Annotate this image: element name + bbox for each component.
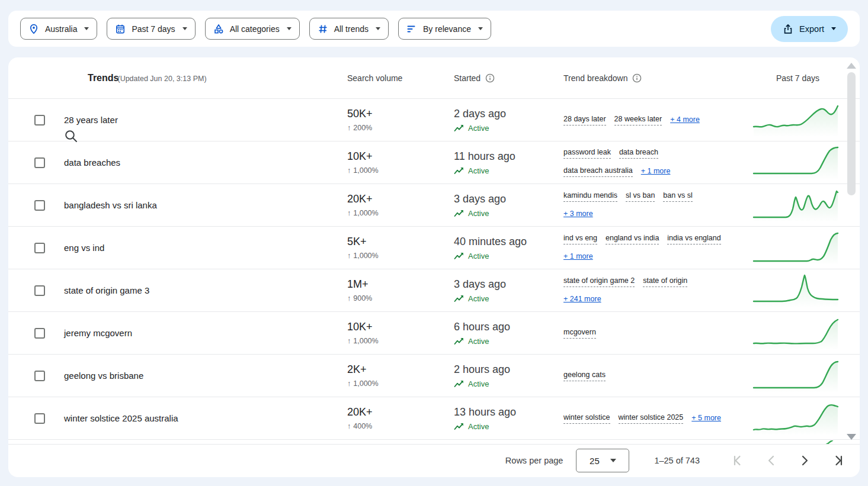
export-button[interactable]: Export: [771, 16, 848, 42]
info-icon[interactable]: [632, 73, 642, 83]
sparkline-fill: [754, 320, 838, 350]
breakdown-term-link[interactable]: kamindu mendis: [563, 191, 617, 202]
time-range-filter-chip[interactable]: Past 7 days: [107, 18, 195, 40]
trend-title[interactable]: jeremy mcgovern: [64, 328, 132, 338]
rows-per-page-value: 25: [590, 456, 600, 466]
breakdown-term-link[interactable]: password leak: [563, 148, 611, 159]
search-icon: [64, 129, 78, 143]
breakdown-term-link[interactable]: sl vs ban: [626, 191, 655, 202]
breakdown-more-link[interactable]: + 1 more: [563, 252, 593, 262]
table-row: state of origin game 3 1M+ ↑ 900% 3 days…: [8, 269, 860, 311]
started-time: 13 hours ago: [454, 406, 563, 419]
chevron-down-icon: [376, 27, 380, 30]
sort-filter-label: By relevance: [423, 24, 471, 34]
time-range-filter-label: Past 7 days: [132, 24, 175, 34]
breakdown-more-link[interactable]: + 1 more: [641, 167, 671, 176]
last-page-button[interactable]: [830, 453, 845, 468]
breakdown-term-link[interactable]: winter solstice 2025: [619, 413, 684, 424]
increase-arrow-icon: ↑: [347, 209, 351, 217]
breakdown-more-link[interactable]: + 5 more: [691, 414, 721, 423]
first-page-button[interactable]: [731, 453, 746, 468]
breakdown-term-link[interactable]: india vs england: [667, 234, 720, 244]
trend-title[interactable]: bangladesh vs sri lanka: [64, 200, 157, 210]
sparkline-fill: [754, 233, 838, 265]
sparkline-chart: [752, 317, 839, 350]
row-checkbox[interactable]: [34, 115, 45, 125]
partial-next-row: [8, 439, 860, 445]
breakdown-term-link[interactable]: ind vs eng: [563, 234, 597, 244]
breakdown-more-link[interactable]: + 4 more: [670, 115, 700, 125]
trending-up-icon: [454, 380, 464, 388]
trending-up-icon: [454, 167, 464, 175]
trend-title[interactable]: geelong vs brisbane: [64, 371, 143, 381]
chevron-right-icon: [797, 453, 812, 468]
breakdown-term-link[interactable]: 28 days later: [563, 115, 606, 125]
started-time: 3 days ago: [454, 193, 563, 205]
row-checkbox[interactable]: [34, 328, 45, 339]
next-page-button[interactable]: [797, 453, 812, 468]
trend-title[interactable]: data breaches: [64, 157, 120, 168]
increase-arrow-icon: ↑: [347, 422, 351, 430]
breakdown-term-link[interactable]: state of origin: [643, 276, 687, 287]
rows-per-page-select[interactable]: 25: [576, 449, 629, 472]
breakdown-terms: state of origin game 2state of origin+ 2…: [563, 276, 721, 304]
trend-type-filter-chip[interactable]: All trends: [309, 18, 389, 40]
row-checkbox[interactable]: [34, 413, 45, 424]
breakdown-term-link[interactable]: state of origin game 2: [563, 276, 635, 287]
breakdown-term-link[interactable]: data breach australia: [563, 166, 633, 177]
started-time: 40 minutes ago: [454, 236, 563, 248]
breakdown-term-link[interactable]: 28 weeks later: [614, 115, 662, 125]
breakdown-term-link[interactable]: winter solstice: [563, 413, 610, 424]
row-checkbox[interactable]: [34, 243, 45, 253]
previous-page-button[interactable]: [764, 453, 779, 468]
breakdown-term-link[interactable]: ban vs sl: [663, 191, 692, 202]
info-icon[interactable]: [485, 73, 495, 83]
trend-rows: 28 years later 50K+ ↑ 200% 2 days ago Ac…: [8, 98, 860, 439]
column-header-started: Started: [454, 73, 563, 83]
search-volume-change: 900%: [353, 294, 372, 302]
category-filter-label: All categories: [230, 24, 280, 34]
breakdown-more-link[interactable]: + 241 more: [563, 295, 601, 304]
status-label: Active: [468, 337, 489, 346]
search-volume-value: 50K+: [347, 108, 454, 120]
scrollbar-up-arrow-icon[interactable]: [847, 63, 856, 69]
search-volume-value: 1M+: [347, 278, 454, 291]
breakdown-terms: mcgovern: [563, 328, 721, 339]
location-pin-icon: [28, 24, 39, 34]
scrollbar-down-arrow-icon[interactable]: [847, 434, 856, 440]
trend-title[interactable]: 28 years later: [64, 115, 118, 125]
trend-title[interactable]: winter solstice 2025 australia: [64, 413, 178, 423]
status-label: Active: [468, 422, 489, 431]
row-checkbox[interactable]: [34, 285, 45, 296]
location-filter-label: Australia: [45, 24, 77, 34]
search-volume-change: 1,000%: [353, 379, 378, 388]
search-button[interactable]: [64, 128, 81, 144]
search-volume-value: 10K+: [347, 150, 454, 163]
breakdown-term-link[interactable]: england vs india: [606, 234, 659, 244]
trend-title[interactable]: eng vs ind: [64, 243, 104, 253]
rows-per-page-label: Rows per page: [505, 456, 563, 465]
search-volume-value: 20K+: [347, 193, 454, 205]
chevron-down-icon: [478, 27, 483, 30]
location-filter-chip[interactable]: Australia: [20, 18, 97, 40]
breakdown-more-link[interactable]: + 3 more: [563, 210, 593, 219]
breakdown-term-link[interactable]: geelong cats: [563, 371, 606, 381]
increase-arrow-icon: ↑: [347, 166, 351, 175]
table-row: winter solstice 2025 australia 20K+ ↑ 40…: [8, 397, 860, 439]
search-volume-value: 10K+: [347, 321, 454, 333]
sparkline-chart: [752, 231, 839, 265]
trend-title[interactable]: state of origin game 3: [64, 285, 149, 295]
breakdown-term-link[interactable]: data breach: [619, 148, 658, 159]
started-time: 11 hours ago: [454, 150, 563, 163]
row-checkbox[interactable]: [34, 371, 45, 381]
row-checkbox[interactable]: [34, 200, 45, 211]
category-filter-chip[interactable]: All categories: [205, 18, 300, 40]
trending-up-icon: [454, 337, 464, 345]
status-label: Active: [468, 166, 489, 175]
sparkline-chart: [752, 189, 839, 222]
breakdown-term-link[interactable]: mcgovern: [563, 328, 596, 339]
row-checkbox[interactable]: [34, 157, 45, 168]
scrollbar-thumb[interactable]: [847, 72, 856, 195]
sort-filter-chip[interactable]: By relevance: [398, 18, 491, 40]
last-page-icon: [831, 453, 845, 468]
